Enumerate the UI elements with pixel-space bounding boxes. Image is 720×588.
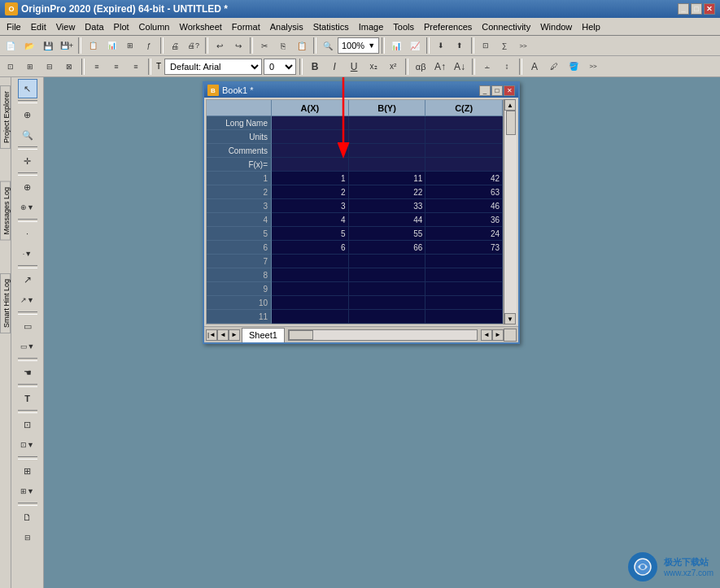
plot-button[interactable]: 📊	[387, 37, 405, 54]
align-right-button[interactable]: ≡	[127, 58, 145, 76]
cell-a[interactable]: 6	[272, 241, 349, 255]
fx-a[interactable]	[272, 158, 349, 172]
cell-c[interactable]	[425, 310, 503, 324]
fill-color-button[interactable]: 🪣	[565, 58, 583, 76]
menu-view[interactable]: View	[51, 19, 81, 35]
rect2-button[interactable]: ▭▼	[18, 337, 37, 356]
extra2-button[interactable]: ⊞▼	[18, 481, 37, 501]
sheet1-tab[interactable]: Sheet1	[242, 328, 285, 342]
underline-button[interactable]: U	[345, 58, 363, 76]
cell-a[interactable]: 4	[272, 213, 349, 227]
menu-column[interactable]: Column	[134, 19, 175, 35]
fx-b[interactable]	[349, 158, 426, 172]
comments-a[interactable]	[272, 144, 349, 158]
cell-a[interactable]: 1	[272, 172, 349, 185]
decrease-font-button[interactable]: A↓	[451, 58, 469, 76]
cell-a[interactable]	[272, 310, 349, 324]
redo-button[interactable]: ↪	[229, 37, 247, 54]
menu-help[interactable]: Help	[577, 19, 605, 35]
highlight-color-button[interactable]: 🖊	[545, 58, 563, 76]
cell-b[interactable]	[349, 255, 426, 268]
sheet-scroll-left[interactable]: ◄	[481, 329, 492, 341]
paste-button[interactable]: 📋	[293, 37, 311, 54]
menu-worksheet[interactable]: Worksheet	[174, 19, 226, 35]
messages-log-tab[interactable]: Messages Log	[0, 181, 11, 241]
menu-format[interactable]: Format	[227, 19, 265, 35]
format-btn3[interactable]: ⊟	[41, 58, 59, 76]
cell-a[interactable]: 3	[272, 199, 349, 213]
cell-b[interactable]: 66	[349, 241, 426, 255]
cell-a[interactable]	[272, 268, 349, 282]
longname-b[interactable]	[349, 116, 426, 130]
project-explorer-tab[interactable]: Project Explorer	[0, 85, 11, 149]
cell-c[interactable]: 42	[425, 172, 503, 185]
zoom-region-button[interactable]: ⊕	[18, 105, 37, 124]
workbook-restore[interactable]: □	[491, 85, 503, 96]
cell-c[interactable]: 73	[425, 241, 503, 255]
copy-button[interactable]: ⎘	[274, 37, 292, 54]
hand-button[interactable]: ☚	[18, 363, 37, 382]
arrow-data-button[interactable]: ↗	[18, 270, 37, 290]
cell-b[interactable]: 55	[349, 227, 426, 241]
longname-c[interactable]	[425, 116, 503, 130]
longname-a[interactable]	[272, 116, 349, 130]
dot2-button[interactable]: ·▼	[18, 244, 37, 264]
menu-edit[interactable]: Edit	[26, 19, 51, 35]
crosshair2-button[interactable]: ⊕▼	[18, 198, 37, 217]
cut-button[interactable]: ✂	[255, 37, 273, 54]
scroll-thumb[interactable]	[506, 111, 516, 135]
menu-preferences[interactable]: Preferences	[419, 19, 477, 35]
col-header-b[interactable]: B(Y)	[349, 100, 426, 116]
cell-a[interactable]	[272, 296, 349, 310]
zoom-page-button[interactable]: 🗋	[18, 507, 37, 527]
sheet-scroll-right[interactable]: ►	[492, 329, 504, 341]
subscript-button[interactable]: x₂	[364, 58, 382, 76]
new-worksheet-button[interactable]: 📋	[84, 37, 102, 54]
select-tool-button[interactable]: ↖	[18, 79, 37, 98]
new-func-button[interactable]: ƒ	[140, 37, 158, 54]
open-button[interactable]: 📂	[20, 37, 38, 54]
extra1-button[interactable]: ⊞	[18, 461, 37, 481]
comments-c[interactable]	[425, 144, 503, 158]
sheet-scroll-thumb[interactable]	[289, 330, 313, 340]
zoom-dropdown[interactable]: 100% ▼	[338, 37, 379, 54]
rect-button[interactable]: ▭	[18, 316, 37, 336]
layers-button[interactable]: ⊡	[18, 415, 37, 434]
move-tool-button[interactable]: ✛	[18, 151, 37, 171]
increase-font-button[interactable]: A↑	[431, 58, 449, 76]
menu-plot[interactable]: Plot	[109, 19, 134, 35]
units-c[interactable]	[425, 130, 503, 144]
col-header-a[interactable]: A(X)	[272, 100, 349, 116]
sheet-scrollbar[interactable]	[288, 329, 478, 341]
menu-statistics[interactable]: Statistics	[308, 19, 354, 35]
cell-b[interactable]	[349, 310, 426, 324]
dot-button[interactable]: ·	[18, 224, 37, 243]
cell-a[interactable]	[272, 255, 349, 268]
resize-corner[interactable]	[504, 329, 517, 342]
save-all-button[interactable]: 💾+	[58, 37, 76, 54]
cell-c[interactable]: 46	[425, 199, 503, 213]
sheet-next-button[interactable]: ►	[229, 329, 240, 341]
zoom-pan-button[interactable]: 🔍	[18, 125, 37, 145]
minimize-button[interactable]: _	[678, 3, 689, 15]
bold-button[interactable]: B	[306, 58, 324, 76]
text-button[interactable]: T	[18, 389, 37, 408]
arrow2-button[interactable]: ↗▼	[18, 290, 37, 310]
new-button[interactable]	[2, 37, 20, 54]
cell-b[interactable]	[349, 296, 426, 310]
cell-b[interactable]	[349, 282, 426, 296]
superscript-button[interactable]: x²	[384, 58, 402, 76]
cell-c[interactable]: 36	[425, 213, 503, 227]
align-btn[interactable]: ⫠	[478, 58, 496, 76]
menu-data[interactable]: Data	[80, 19, 108, 35]
workbook-minimize[interactable]: _	[479, 85, 491, 96]
scroll-down-button[interactable]: ▼	[504, 313, 516, 324]
save-button[interactable]: 💾	[39, 37, 57, 54]
cell-b[interactable]: 11	[349, 172, 426, 185]
cell-c[interactable]: 63	[425, 185, 503, 199]
fit-button[interactable]: ⊡	[477, 37, 495, 54]
cell-c[interactable]	[425, 282, 503, 296]
cell-c[interactable]	[425, 268, 503, 282]
col-header-c[interactable]: C(Z)	[425, 100, 503, 116]
menu-analysis[interactable]: Analysis	[265, 19, 308, 35]
